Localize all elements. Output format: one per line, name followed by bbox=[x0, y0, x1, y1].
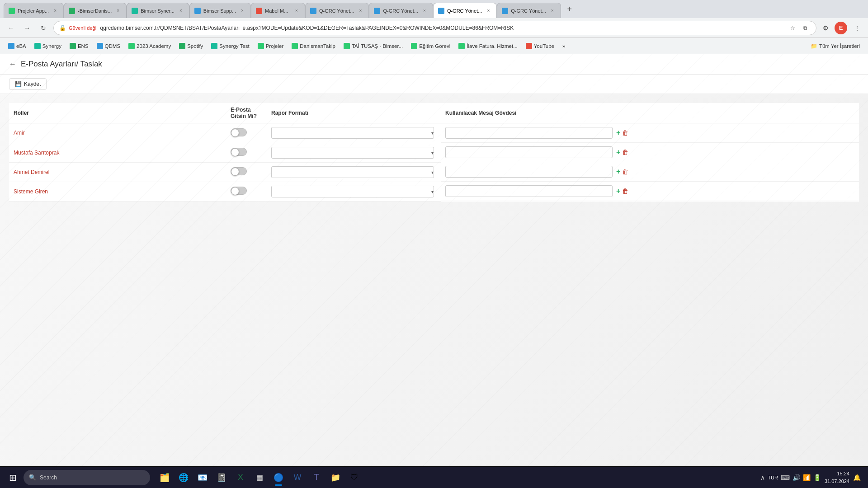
email-toggle-mustafa[interactable] bbox=[231, 148, 247, 156]
bookmark-favicon bbox=[458, 43, 465, 49]
mesaj-input-mustafa[interactable] bbox=[445, 146, 613, 158]
taskbar-app-folder[interactable]: 📁 bbox=[326, 469, 344, 487]
bookmark-icon[interactable]: ☆ bbox=[787, 23, 798, 33]
browser-menu-button[interactable]: ⋮ bbox=[851, 22, 863, 34]
forward-button[interactable]: → bbox=[21, 22, 33, 34]
taskbar-app-shield[interactable]: 🛡 bbox=[345, 469, 363, 487]
add-button-sisteme[interactable]: + bbox=[616, 187, 620, 195]
table-header-row: Roller E-Posta Gitsin Mi? Rapor Formatı … bbox=[9, 103, 859, 123]
add-button-ahmet[interactable]: + bbox=[616, 168, 620, 176]
bookmark-all-folder[interactable]: 📁 Tüm Yer İşaretleri bbox=[807, 40, 863, 52]
taskbar-app-edge[interactable]: 🌐 bbox=[175, 469, 193, 487]
files-icon: 🗂️ bbox=[160, 473, 170, 483]
add-button-mustafa[interactable]: + bbox=[616, 148, 620, 156]
roller-cell: Sisteme Giren bbox=[9, 182, 226, 201]
taskbar-app-chrome[interactable]: 🔵 bbox=[269, 469, 288, 487]
bookmark-synergy[interactable]: Synergy bbox=[31, 40, 65, 52]
back-navigation-button[interactable]: ← bbox=[9, 60, 16, 68]
bookmark-label: 2023 Academy bbox=[137, 43, 171, 49]
taskbar-app-outlook[interactable]: 📧 bbox=[193, 469, 212, 487]
clock-date: 31.07.2024 bbox=[825, 478, 849, 485]
extensions-button[interactable]: ⚙ bbox=[820, 23, 831, 33]
delete-button-mustafa[interactable]: 🗑 bbox=[622, 149, 628, 156]
bookmark-spotify[interactable]: Spotify bbox=[175, 40, 207, 52]
system-clock[interactable]: 15:24 31.07.2024 bbox=[825, 470, 849, 485]
mesaj-input-amir[interactable] bbox=[445, 127, 613, 139]
battery-icon[interactable]: 🔋 bbox=[813, 474, 821, 481]
mesaj-input-ahmet[interactable] bbox=[445, 166, 613, 178]
tab-close[interactable]: × bbox=[52, 7, 59, 14]
tab-close[interactable]: × bbox=[114, 7, 122, 14]
volume-icon[interactable]: 🔊 bbox=[793, 474, 800, 481]
bookmark-label: Projeler bbox=[266, 43, 284, 49]
taskbar-app-widget[interactable]: ▦ bbox=[250, 469, 269, 487]
bookmark-synergy-test[interactable]: Synergy Test bbox=[208, 40, 253, 52]
tab-close[interactable]: × bbox=[421, 7, 428, 14]
tab-bimser[interactable]: -BimserDanis... × bbox=[64, 3, 127, 18]
bookmark-danisman[interactable]: DanismanTakip bbox=[288, 40, 339, 52]
email-toggle-ahmet[interactable] bbox=[231, 167, 247, 175]
bookmark-qdms[interactable]: QDMS bbox=[93, 40, 124, 52]
tab-close[interactable]: × bbox=[549, 7, 556, 14]
tab-projeler[interactable]: Projeler App... × bbox=[4, 3, 64, 18]
taskbar-app-excel[interactable]: X bbox=[231, 469, 250, 487]
bookmark-academy[interactable]: 2023 Academy bbox=[125, 40, 175, 52]
url-text[interactable]: qgrcdemo.bimser.com.tr/QDMSNET/BSAT/EPos… bbox=[100, 25, 784, 31]
col-header-mesaj: Kullanılacak Mesaj Gövdesi bbox=[441, 103, 859, 123]
rapor-select-amir[interactable] bbox=[271, 127, 434, 139]
tab-qgrc4[interactable]: Q-GRC Yönet... × bbox=[497, 3, 561, 18]
folder-icon: 📁 bbox=[330, 473, 340, 483]
security-icon: 🔓 bbox=[59, 25, 66, 31]
bookmark-ilave[interactable]: İlave Fatura. Hizmet... bbox=[455, 40, 521, 52]
rapor-select-sisteme[interactable] bbox=[271, 186, 434, 197]
toggle-cell bbox=[226, 143, 267, 162]
add-button-amir[interactable]: + bbox=[616, 129, 620, 137]
chevron-up-icon[interactable]: ∧ bbox=[760, 474, 765, 481]
widget-icon: ▦ bbox=[256, 473, 263, 482]
tab-qgrc3-active[interactable]: Q-GRC Yönet... × bbox=[433, 3, 497, 18]
rapor-select-mustafa[interactable] bbox=[271, 147, 434, 159]
bookmark-tai[interactable]: TAİ TUSAŞ - Bimser... bbox=[340, 40, 406, 52]
tab-close[interactable]: × bbox=[357, 7, 364, 14]
bookmark-youtube[interactable]: YouTube bbox=[522, 40, 558, 52]
start-button[interactable]: ⊞ bbox=[4, 469, 22, 487]
notification-icon[interactable]: 🔔 bbox=[853, 474, 861, 481]
tab-mabel[interactable]: Mabel M... × bbox=[251, 3, 305, 18]
tab-close[interactable]: × bbox=[293, 7, 300, 14]
bookmark-egitim[interactable]: Eğitim Görevi bbox=[407, 40, 454, 52]
tab-synergy[interactable]: Bimser Syner... × bbox=[127, 3, 189, 18]
address-container[interactable]: 🔓 Güvenli değil qgrcdemo.bimser.com.tr/Q… bbox=[53, 21, 816, 35]
tab-qgrc1[interactable]: Q-GRC Yönet... × bbox=[305, 3, 369, 18]
taskbar-app-word[interactable]: W bbox=[288, 469, 307, 487]
email-toggle-sisteme[interactable] bbox=[231, 187, 247, 195]
rapor-select-wrapper bbox=[271, 166, 436, 178]
split-screen-icon[interactable]: ⧉ bbox=[800, 23, 811, 33]
tab-favicon bbox=[69, 8, 75, 14]
rapor-select-ahmet[interactable] bbox=[271, 166, 434, 178]
tab-close[interactable]: × bbox=[239, 7, 246, 14]
bookmark-ens[interactable]: ENS bbox=[66, 40, 92, 52]
email-toggle-amir[interactable] bbox=[231, 128, 247, 136]
bookmark-projeler[interactable]: Projeler bbox=[254, 40, 288, 52]
taskbar-app-teams[interactable]: T bbox=[307, 469, 326, 487]
taskbar-app-onenote[interactable]: 📓 bbox=[212, 469, 231, 487]
delete-button-sisteme[interactable]: 🗑 bbox=[622, 188, 628, 195]
delete-button-ahmet[interactable]: 🗑 bbox=[622, 168, 628, 175]
tab-close[interactable]: × bbox=[485, 7, 492, 14]
mesaj-input-sisteme[interactable] bbox=[445, 185, 613, 197]
bookmark-eba[interactable]: eBA bbox=[5, 40, 30, 52]
delete-button-amir[interactable]: 🗑 bbox=[622, 129, 628, 136]
new-tab-button[interactable]: + bbox=[563, 2, 576, 16]
profile-button[interactable]: E bbox=[835, 22, 847, 34]
keyboard-icon[interactable]: ⌨ bbox=[781, 474, 790, 481]
network-icon[interactable]: 📶 bbox=[803, 474, 811, 481]
refresh-button[interactable]: ↻ bbox=[37, 22, 50, 34]
save-button[interactable]: 💾 Kaydet bbox=[9, 78, 47, 90]
back-button[interactable]: ← bbox=[5, 22, 17, 34]
tab-support[interactable]: Bimser Supp... × bbox=[189, 3, 251, 18]
bookmark-more[interactable]: » bbox=[559, 40, 569, 52]
tab-close[interactable]: × bbox=[177, 7, 184, 14]
taskbar-app-files[interactable]: 🗂️ bbox=[156, 469, 174, 487]
taskbar-search-bar[interactable]: 🔍 Search bbox=[24, 470, 150, 485]
tab-qgrc2[interactable]: Q-GRC Yönet... × bbox=[369, 3, 433, 18]
